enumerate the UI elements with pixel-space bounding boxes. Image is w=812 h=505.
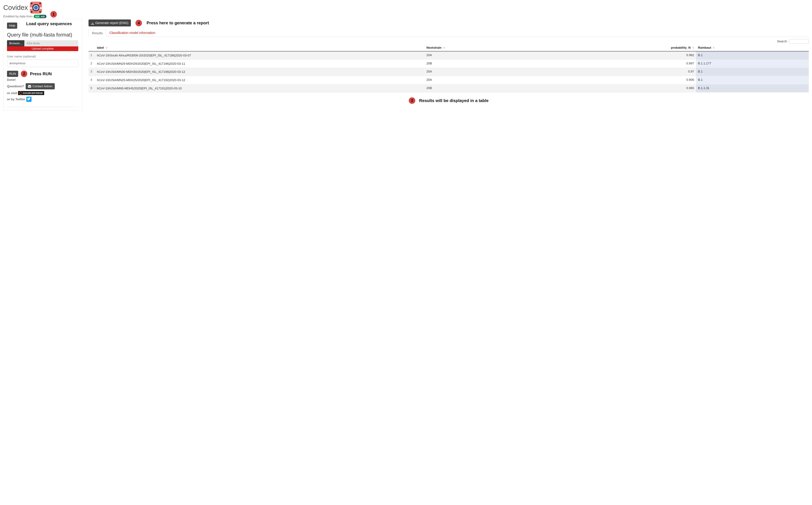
twitter-icon xyxy=(27,98,31,101)
subhead-text: Enabled by data from xyxy=(3,15,33,18)
table-row[interactable]: 2hCoV-19/USA/MN29-MDH29/2020|EPI_ISL_417… xyxy=(89,59,809,68)
table-row[interactable]: 4hCoV-19/USA/MN25-MDH25/2020|EPI_ISL_417… xyxy=(89,76,809,84)
browse-button[interactable]: Browse... xyxy=(7,40,24,46)
row-index: 5 xyxy=(89,84,95,93)
app-logo-icon xyxy=(30,2,42,14)
sort-icon xyxy=(692,47,694,49)
envelope-icon xyxy=(28,85,31,88)
row-index: 2 xyxy=(89,59,95,68)
help-button[interactable]: Help xyxy=(7,23,17,29)
sourceforge-badge[interactable]: SOURCEFORGE xyxy=(18,91,44,95)
row-rambaut: B.1.1.177 xyxy=(696,59,809,68)
results-tabs: Results Classification model information xyxy=(89,29,809,37)
annotation-2-text: Press RUN xyxy=(30,71,51,76)
row-rambaut: B.1.1.31 xyxy=(696,84,809,93)
table-row[interactable]: 1hCoV-19/South Africa/R03006-20/2020|EPI… xyxy=(89,51,809,59)
col-rambaut[interactable]: Rambaut xyxy=(696,44,809,51)
row-index: 3 xyxy=(89,68,95,76)
row-label: hCoV-19/USA/MN25-MDH25/2020|EPI_ISL_4171… xyxy=(95,76,425,84)
generate-report-button[interactable]: Generate report (ENG) xyxy=(89,19,131,26)
contact-admin-button[interactable]: Contact Admin xyxy=(26,83,55,90)
annotation-3-text: Results will be displayed in a table xyxy=(419,98,489,103)
questions-label: Questions? xyxy=(7,85,24,88)
table-row[interactable]: 3hCoV-19/USA/MN30-MDH30/2020|EPI_ISL_417… xyxy=(89,68,809,76)
sourceforge-text: SOURCEFORGE xyxy=(23,92,43,95)
row-nextstrain: 20A xyxy=(425,76,548,84)
row-nextstrain: 20A xyxy=(425,68,548,76)
annotation-4-badge: 4 xyxy=(135,20,142,26)
download-icon xyxy=(91,22,94,24)
col-probability[interactable]: probability_N xyxy=(548,44,696,51)
row-label: hCoV-19/USA/MN30-MDH30/2020|EPI_ISL_4171… xyxy=(95,68,425,76)
annotation-1-badge: 1 xyxy=(50,11,57,17)
query-panel: Help Load query sequences Query file (mu… xyxy=(3,19,82,111)
sort-icon xyxy=(713,47,715,49)
gisaid-badge-left: GIS xyxy=(34,15,40,18)
row-index: 1 xyxy=(89,51,95,59)
row-label: hCoV-19/USA/MN29-MDH29/2020|EPI_ISL_4171… xyxy=(95,59,425,68)
gisaid-badge[interactable]: GIS AID xyxy=(34,15,46,18)
row-nextstrain: 20A xyxy=(425,51,548,59)
row-label: hCoV-19/USA/MN5-MDH5/2020|EPI_ISL_417191… xyxy=(95,84,425,93)
results-table: label Nextstrain probability_N Rambaut xyxy=(89,44,809,93)
sourceforge-icon xyxy=(19,91,23,95)
sort-icon xyxy=(106,47,108,49)
row-probability: 0.965 xyxy=(548,84,696,93)
row-probability: 0.906 xyxy=(548,76,696,84)
row-nextstrain: 20B xyxy=(425,59,548,68)
table-row[interactable]: 5hCoV-19/USA/MN5-MDH5/2020|EPI_ISL_41719… xyxy=(89,84,809,93)
tab-model-info[interactable]: Classification model information xyxy=(106,29,158,37)
row-probability: 0.982 xyxy=(548,51,696,59)
search-label: Search: xyxy=(777,40,788,43)
annotation-4-text: Press here to generate a report xyxy=(146,20,209,25)
col-label[interactable]: label xyxy=(95,44,425,51)
twitter-label: or by Twitter xyxy=(7,98,25,101)
username-input[interactable] xyxy=(7,59,78,67)
row-probability: 0.997 xyxy=(548,59,696,68)
sort-icon xyxy=(443,47,445,49)
twitter-badge[interactable] xyxy=(26,97,31,102)
upload-status-bar: Upload complete xyxy=(7,46,78,51)
col-nextstrain-text: Nextstrain xyxy=(427,46,442,49)
col-label-text: label xyxy=(97,46,104,49)
row-rambaut: B.1 xyxy=(696,68,809,76)
row-nextstrain: 20B xyxy=(425,84,548,93)
annotation-3-badge: 3 xyxy=(409,97,415,104)
contact-admin-label: Contact Admin xyxy=(32,85,52,88)
generate-report-label: Generate report (ENG) xyxy=(95,21,128,25)
col-probability-text: probability_N xyxy=(671,46,691,49)
run-status: Done! xyxy=(7,78,78,81)
annotation-1-text: Load query sequences xyxy=(26,21,72,26)
selected-file-name: A2a.fasta xyxy=(24,40,78,46)
run-button[interactable]: RUN xyxy=(7,71,18,77)
row-rambaut: B.1 xyxy=(696,76,809,84)
visit-label: or visit xyxy=(7,91,17,95)
row-label: hCoV-19/South Africa/R03006-20/2020|EPI_… xyxy=(95,51,425,59)
row-rambaut: B.1 xyxy=(696,51,809,59)
username-label: User name (optional) xyxy=(7,55,78,58)
gisaid-badge-right: AID xyxy=(40,15,46,18)
tab-results[interactable]: Results xyxy=(89,29,106,37)
col-rambaut-text: Rambaut xyxy=(698,46,711,49)
row-probability: 0.97 xyxy=(548,68,696,76)
row-index: 4 xyxy=(89,76,95,84)
annotation-2-badge: 2 xyxy=(21,70,27,77)
search-input[interactable] xyxy=(789,39,809,44)
col-nextstrain[interactable]: Nextstrain xyxy=(425,44,548,51)
col-index[interactable] xyxy=(89,44,95,51)
app-title: Covidex xyxy=(3,4,28,11)
query-file-heading: Query file (multi-fasta format) xyxy=(7,32,78,38)
